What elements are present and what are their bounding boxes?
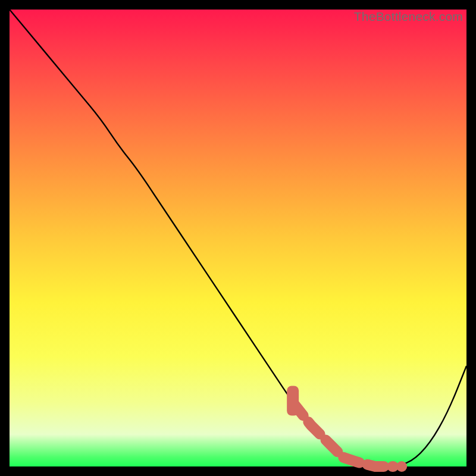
highlight-band [293, 402, 393, 466]
chart-svg [10, 10, 466, 466]
highlight-end-dot [396, 461, 407, 472]
highlight-start-block [287, 386, 299, 415]
bottleneck-curve [10, 10, 466, 466]
watermark-text: TheBottleneck.com [354, 10, 463, 24]
chart-frame: TheBottleneck.com [10, 10, 466, 466]
